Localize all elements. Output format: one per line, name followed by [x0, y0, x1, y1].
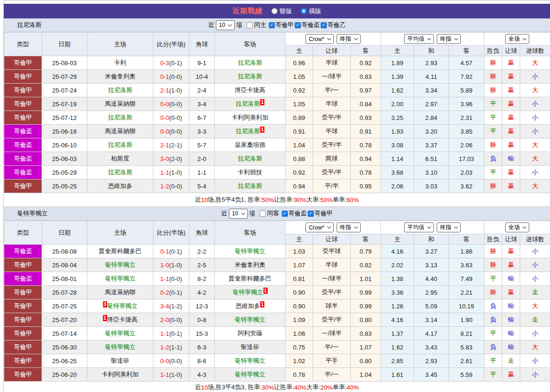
avg-draw-odds: 2.97	[414, 97, 449, 111]
odds-stage-select[interactable]: 终指	[337, 34, 361, 44]
table-row: 哥倫盃 25-06-03 柏斯度 3-0(2-0) 2-0 拉尼洛斯 0.88 …	[4, 152, 550, 166]
league-badge: 哥倫甲	[4, 313, 42, 327]
result-handicap: 赢	[502, 111, 520, 125]
col-away: 客场	[215, 221, 286, 245]
table-row: 哥倫甲 25-07-20 1博亞卡捷高 2-0(0-0) 0-8 曼特寧獨立 1…	[4, 313, 550, 327]
sub-away-odds: 客	[351, 46, 381, 56]
same-venue-checkbox[interactable]	[260, 211, 266, 217]
league-badge: 哥倫甲	[4, 286, 42, 299]
fullmatch-select[interactable]: 全场	[505, 34, 529, 44]
home-team-name: 拉尼洛斯	[108, 114, 133, 121]
fulltime-score: 1-1	[160, 169, 169, 176]
section-team-name: 拉尼洛斯	[17, 21, 42, 29]
league-badge: 哥倫甲	[4, 56, 42, 70]
games-label: 場	[249, 209, 255, 218]
table-row: 哥倫甲 25-07-14 曼特寧獨立 1-1(0-1) 15-3 阿利安薩 1.…	[4, 327, 550, 341]
match-count-select[interactable]: 10	[228, 209, 247, 219]
avg-home-odds: 3.36	[381, 286, 414, 299]
red-card-badge: 1	[103, 315, 107, 321]
fullmatch-select[interactable]: 全场	[505, 222, 529, 232]
handicap-line: 半球	[313, 56, 351, 70]
summary-segment: 让胜率:	[274, 196, 294, 204]
avg-away-odds: 2.21	[449, 286, 484, 299]
score-cell: 0-0(0-0)	[153, 354, 189, 368]
page-title: 近期戰績	[233, 7, 263, 16]
away-team-cell: 米倫拿列奧	[215, 258, 286, 272]
bookmaker-select[interactable]: Crow*	[305, 34, 334, 44]
summary-segment: 单率:	[333, 383, 347, 392]
result-handicap: 走	[502, 354, 520, 368]
avg-home-odds: 2.06	[381, 179, 414, 193]
away-team-cell: 賈奎斯科爾多巴	[215, 272, 286, 286]
away-team-name: 拉尼洛斯	[238, 59, 262, 66]
score-cell: 0-3(0-1)	[153, 56, 189, 70]
league-checkbox[interactable]	[308, 211, 314, 217]
avg-away-odds: 3.62	[449, 179, 484, 193]
result-winlose: 勝	[484, 84, 502, 97]
away-team-cell: 拉尼洛斯1	[215, 97, 286, 111]
odds-stage-select[interactable]: 终指	[337, 222, 361, 232]
result-goals: 大	[520, 152, 550, 166]
league-badge: 哥倫盃	[4, 125, 42, 138]
odds-stage-select-2[interactable]: 终指	[437, 34, 461, 44]
handicap-line: 半/一	[313, 84, 351, 97]
handicap-line: 受平/半	[313, 111, 351, 125]
view-option-vertical[interactable]: 豎版	[271, 7, 292, 16]
home-team-name: 拉尼洛斯	[108, 141, 133, 148]
result-handicap: 赢	[502, 166, 520, 179]
corner-count: 5-7	[189, 138, 215, 152]
handicap-away-odds: 0.99	[351, 299, 381, 313]
away-team-name: 曼特寧獨立	[235, 357, 265, 364]
average-select[interactable]: 平均值	[404, 34, 434, 44]
bookmaker-select[interactable]: Crow*	[305, 222, 334, 232]
fullmatch-value: 全场	[508, 223, 520, 231]
avg-home-odds: 4.16	[381, 313, 414, 327]
red-card-badge: 1	[260, 99, 264, 105]
home-team-cell: 曼特寧獨立	[87, 272, 153, 286]
chevron-down-icon	[523, 36, 526, 40]
col-home: 主场	[87, 221, 153, 245]
league-checkbox[interactable]	[269, 22, 275, 28]
avg-draw-odds: 2.93	[414, 56, 449, 70]
match-count-select[interactable]: 10	[216, 20, 235, 30]
league-checkbox[interactable]	[321, 22, 327, 28]
league-badge: 哥倫甲	[4, 368, 42, 382]
home-team-cell: 拉尼洛斯	[87, 138, 153, 152]
away-team-cell: 曼特寧獨立	[215, 313, 286, 327]
halftime-score: (2-0)	[169, 155, 182, 162]
view-option-horizontal[interactable]: 橫版	[301, 7, 322, 16]
avg-away-odds: 2.03	[449, 166, 484, 179]
result-winlose: 負	[484, 313, 502, 327]
radio-selected-icon[interactable]	[301, 8, 307, 14]
sub-avg-draw: 和	[414, 46, 449, 56]
fulltime-score: 2-1	[160, 142, 169, 149]
avg-home-odds: 1.62	[381, 84, 414, 97]
halftime-score: (0-0)	[169, 183, 182, 190]
avg-draw-odds: 5.09	[414, 299, 449, 313]
odds-stage-select-2[interactable]: 终指	[437, 222, 461, 232]
handicap-away-odds: 0.84	[351, 97, 381, 111]
league-checkbox[interactable]	[282, 211, 288, 217]
chevron-down-icon	[454, 225, 458, 229]
chevron-down-icon	[354, 225, 358, 229]
average-select[interactable]: 平均值	[404, 222, 434, 232]
fulltime-score: 1-1	[160, 275, 169, 282]
home-team-cell: 3曼特寧獨立	[87, 299, 153, 313]
away-team-name: 曼特寧獨立	[235, 247, 265, 255]
avg-away-odds: 7.49	[449, 272, 484, 286]
league-badge: 哥倫甲	[4, 299, 42, 313]
summary-segment: 大率:	[306, 196, 321, 204]
radio-unselected-icon[interactable]	[271, 8, 278, 14]
result-winlose: 勝	[484, 70, 502, 84]
avg-draw-odds: 3.14	[414, 313, 449, 327]
halftime-score: (1-0)	[169, 87, 182, 94]
home-team-name: 聖達菲	[111, 357, 129, 364]
home-team-name: 曼特寧獨立	[105, 275, 135, 282]
score-cell: 3-4(1-2)	[153, 299, 189, 313]
league-badge: 哥倫甲	[4, 354, 42, 368]
match-date: 25-07-19	[42, 97, 87, 111]
result-goals: 小	[520, 97, 550, 111]
same-venue-checkbox[interactable]	[246, 22, 253, 28]
handicap-home-odds: 1.06	[286, 327, 313, 341]
league-checkbox[interactable]	[295, 22, 301, 28]
